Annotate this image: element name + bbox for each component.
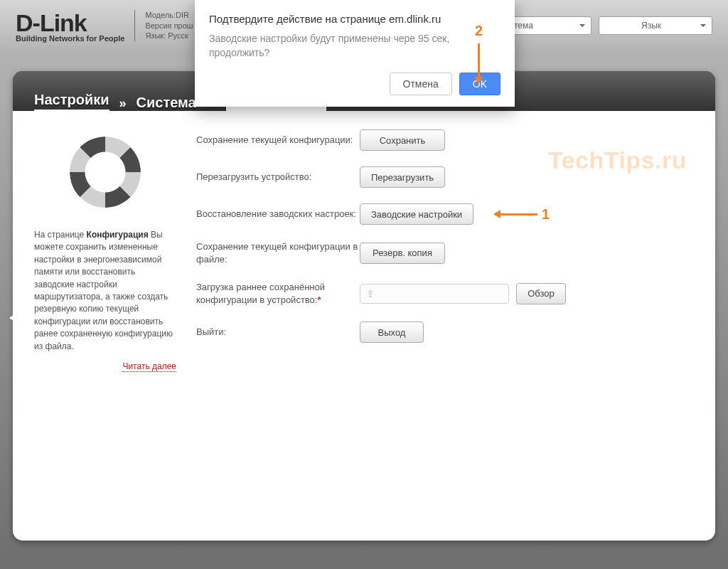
system-dropdown-label: тема [514,21,533,31]
device-firmware: Версия прош [145,21,193,31]
row-factory-reset: Восстановление заводских настроек: Завод… [196,203,694,225]
brand-name: D-Link [16,9,124,37]
row-backup: Сохранение текущей конфигурации в файле:… [196,240,694,265]
row-save-config: Сохранение текущей конфигурации: Сохрани… [196,129,694,151]
brand-logo: D-Link Building Networks for People [16,9,124,43]
crumb-settings[interactable]: Настройки [34,92,109,111]
logo-separator [134,10,135,41]
row-upload: Загрузка раннее сохранённой конфигурации… [196,281,694,306]
device-model: Модель:DIR [145,10,193,21]
factory-reset-button[interactable]: Заводские настройки [360,203,473,225]
config-form: Сохранение текущей конфигурации: Сохрани… [196,129,694,522]
reboot-button[interactable]: Перезагрузить [360,166,445,188]
device-language: Язык: Русск [145,31,193,41]
read-more-link[interactable]: Читать далее [122,361,176,372]
row-reboot: Перезагрузить устройство: Перезагрузить [196,166,694,188]
file-placeholder: ⇪ [366,288,375,299]
side-expand-icon[interactable] [4,313,16,323]
label-backup: Сохранение текущей конфигурации в файле: [196,240,360,265]
dialog-title: Подтвердите действие на странице em.dlin… [209,13,500,25]
language-dropdown-label: Язык [641,21,661,31]
arrow-left-icon [495,213,537,216]
file-input[interactable]: ⇪ [360,284,509,304]
crumb-sep-1: » [119,96,127,111]
main-panel: Настройки » Система » Конфигурация TechT… [13,71,715,541]
label-reboot: Перезагрузить устройство: [196,171,360,184]
ok-button[interactable]: OK [459,73,500,95]
language-dropdown[interactable]: Язык [599,16,712,35]
label-factory: Восстановление заводских настроек: [196,208,360,220]
dialog-actions: Отмена OK [209,73,500,95]
help-column: На странице Конфигурация Вы можете сохра… [34,129,176,522]
label-save-config: Сохранение текущей конфигурации: [196,134,360,147]
label-logout: Выйти: [196,326,360,339]
logout-button[interactable]: Выход [360,321,424,343]
help-text: На странице Конфигурация Вы можете сохра… [34,229,176,353]
confirm-dialog: Подтвердите действие на странице em.dlin… [195,0,515,107]
browse-button[interactable]: Обзор [516,283,566,304]
row-logout: Выйти: Выход [196,321,694,343]
annotation-1-number: 1 [542,206,550,223]
label-upload: Загрузка раннее сохранённой конфигурации… [196,281,360,306]
device-info: Модель:DIR Версия прош Язык: Русск [145,10,193,42]
annotation-1: 1 [495,206,550,223]
lifebuoy-icon [63,129,148,215]
cancel-button[interactable]: Отмена [390,73,452,95]
brand-tagline: Building Networks for People [16,34,124,43]
save-button[interactable]: Сохранить [360,129,445,151]
system-dropdown[interactable]: тема [506,16,592,35]
crumb-system[interactable]: Система [136,95,196,111]
dialog-message: Заводские настройки будут применены чере… [209,32,500,60]
backup-button[interactable]: Резерв. копия [360,243,445,264]
content-area: TechTips.ru На странице Конфигурация Вы … [13,111,715,541]
